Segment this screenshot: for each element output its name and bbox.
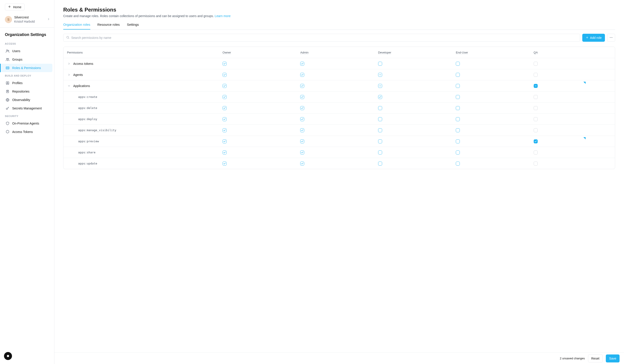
permission-checkbox[interactable] xyxy=(378,106,382,110)
tab-resource[interactable]: Resource roles xyxy=(97,23,120,29)
permission-checkbox[interactable] xyxy=(223,162,227,166)
role-column-developer[interactable]: Developer xyxy=(378,51,391,54)
permission-checkbox[interactable] xyxy=(534,117,538,121)
permission-checkbox[interactable] xyxy=(456,106,460,110)
sidebar-heading: Organization Settings xyxy=(0,27,54,40)
permission-checkbox[interactable] xyxy=(300,139,304,143)
add-role-label: Add role xyxy=(590,36,601,40)
role-column-enduser[interactable]: End-User xyxy=(456,51,468,54)
permission-checkbox[interactable] xyxy=(223,139,227,143)
permission-name: apps:create xyxy=(73,95,97,99)
permission-group-row: Access tokens xyxy=(63,58,615,69)
page-subtitle: Create and manage roles. Roles contain c… xyxy=(63,14,615,18)
sidebar-item-groups[interactable]: Groups xyxy=(0,55,52,64)
permission-checkbox[interactable] xyxy=(378,128,382,132)
role-column-admin[interactable]: Admin xyxy=(300,51,309,54)
search-input[interactable] xyxy=(71,36,577,40)
sidebar-item-repositories[interactable]: Repositories xyxy=(0,87,52,96)
permission-checkbox[interactable] xyxy=(378,95,382,99)
permission-checkbox[interactable] xyxy=(223,151,227,155)
help-fab[interactable] xyxy=(4,352,12,360)
permission-checkbox[interactable] xyxy=(456,128,460,132)
save-button[interactable]: Save xyxy=(606,354,620,363)
permission-checkbox[interactable] xyxy=(300,117,304,121)
permission-checkbox[interactable] xyxy=(456,151,460,155)
observability-icon xyxy=(5,98,10,102)
svg-point-4 xyxy=(8,58,9,59)
org-name: Silvercrest xyxy=(14,15,45,20)
chevron-down-icon[interactable] xyxy=(67,84,71,87)
sidebar-item-users[interactable]: Users xyxy=(0,47,52,55)
permission-checkbox[interactable] xyxy=(223,62,227,66)
learn-more-link[interactable]: Learn more xyxy=(215,14,231,18)
reset-button[interactable]: Reset xyxy=(588,354,603,363)
permission-checkbox[interactable] xyxy=(378,117,382,121)
permission-checkbox[interactable] xyxy=(300,162,304,166)
permission-checkbox[interactable] xyxy=(456,95,460,99)
tab-settings[interactable]: Settings xyxy=(127,23,139,29)
sidebar: Home S Silvercrest Kristof Harbold Organ… xyxy=(0,0,54,364)
permission-checkbox[interactable] xyxy=(223,117,227,121)
permission-checkbox[interactable] xyxy=(534,73,538,77)
permission-checkbox[interactable] xyxy=(378,151,382,155)
sidebar-item-label: Observability xyxy=(12,98,30,102)
sidebar-item-onprem[interactable]: On-Premise Agents xyxy=(0,119,52,128)
chevron-right-icon[interactable] xyxy=(67,62,71,65)
permission-row: apps:manage_visibility xyxy=(63,125,615,136)
permission-checkbox[interactable] xyxy=(456,139,460,143)
org-switcher[interactable]: S Silvercrest Kristof Harbold xyxy=(0,13,54,27)
permission-checkbox[interactable] xyxy=(378,139,382,143)
permission-checkbox[interactable] xyxy=(456,62,460,66)
permission-checkbox[interactable] xyxy=(223,73,227,77)
permission-checkbox[interactable] xyxy=(378,62,382,66)
permission-checkbox[interactable] xyxy=(223,106,227,110)
role-column-owner[interactable]: Owner xyxy=(223,51,231,54)
permission-checkbox[interactable] xyxy=(534,95,538,99)
permission-checkbox[interactable] xyxy=(456,162,460,166)
sidebar-item-tokens[interactable]: Access Tokens xyxy=(0,128,52,136)
permission-checkbox[interactable] xyxy=(300,95,304,99)
users-icon xyxy=(5,49,10,53)
sidebar-item-label: Profiles xyxy=(12,81,23,85)
permission-checkbox[interactable] xyxy=(300,62,304,66)
add-role-button[interactable]: Add role xyxy=(582,34,605,42)
permission-checkbox[interactable] xyxy=(534,128,538,132)
permission-name: apps:deploy xyxy=(73,117,97,121)
permission-checkbox[interactable] xyxy=(534,151,538,155)
shield-icon xyxy=(5,121,10,125)
unsaved-changes-text: 2 unsaved changes xyxy=(560,357,585,360)
permission-checkbox[interactable] xyxy=(300,73,304,77)
permission-checkbox[interactable] xyxy=(456,84,460,88)
tab-org[interactable]: Organization roles xyxy=(63,23,90,29)
permission-checkbox[interactable] xyxy=(223,84,227,88)
permission-checkbox[interactable] xyxy=(300,84,304,88)
sidebar-item-secrets[interactable]: Secrets Management xyxy=(0,104,52,112)
permission-checkbox[interactable] xyxy=(300,151,304,155)
permission-checkbox[interactable] xyxy=(534,106,538,110)
permission-checkbox[interactable] xyxy=(223,95,227,99)
permission-checkbox[interactable] xyxy=(534,162,538,166)
sidebar-item-label: Repositories xyxy=(12,90,29,93)
sidebar-item-roles[interactable]: Roles & Permissions xyxy=(0,64,52,72)
role-column-qa[interactable]: QA xyxy=(534,51,538,54)
permission-checkbox[interactable] xyxy=(534,62,538,66)
permission-checkbox[interactable] xyxy=(534,139,538,143)
chevron-right-icon[interactable] xyxy=(67,73,71,76)
more-actions-button[interactable] xyxy=(607,34,615,42)
permission-checkbox[interactable] xyxy=(378,162,382,166)
permission-checkbox[interactable] xyxy=(534,84,538,88)
sidebar-item-profiles[interactable]: Profiles xyxy=(0,79,52,87)
sidebar-item-observability[interactable]: Observability xyxy=(0,96,52,104)
permission-checkbox[interactable] xyxy=(378,73,382,77)
home-button[interactable]: Home xyxy=(5,3,25,10)
permission-checkbox[interactable] xyxy=(378,84,382,88)
key-icon xyxy=(5,106,10,110)
permission-checkbox[interactable] xyxy=(300,128,304,132)
permission-row: apps:update xyxy=(63,158,615,169)
permission-checkbox[interactable] xyxy=(300,106,304,110)
permission-checkbox[interactable] xyxy=(456,117,460,121)
sidebar-item-label: On-Premise Agents xyxy=(12,122,39,125)
permission-checkbox[interactable] xyxy=(456,73,460,77)
permission-checkbox[interactable] xyxy=(223,128,227,132)
search-input-wrap[interactable] xyxy=(63,34,580,42)
